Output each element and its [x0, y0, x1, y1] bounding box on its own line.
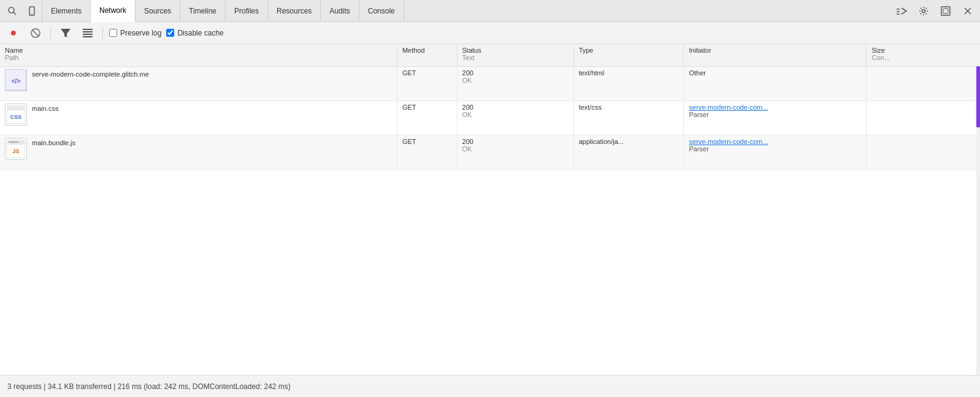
filter-button[interactable]: [57, 25, 74, 42]
tab-sources[interactable]: Sources: [136, 0, 180, 22]
preserve-log-checkbox[interactable]: [109, 29, 117, 37]
cell-type: text/html: [573, 66, 684, 100]
network-table: Name Path Method Status Text Type Initia…: [0, 44, 980, 170]
cell-method: GET: [397, 135, 457, 169]
svg-text:</>: </>: [12, 78, 21, 85]
file-name-text: main.css: [32, 104, 58, 112]
top-nav: Elements Network Sources Timeline Profil…: [0, 0, 980, 22]
cell-initiator: serve-modern-code-com...Parser: [684, 135, 867, 169]
type-value: text/html: [579, 69, 605, 77]
disable-cache-label[interactable]: Disable cache: [166, 29, 223, 37]
svg-rect-15: [83, 29, 93, 30]
svg-line-1: [13, 12, 16, 15]
nav-right-icons: [892, 1, 978, 21]
table-header-row: Name Path Method Status Text Type Initia…: [0, 44, 980, 66]
table-row[interactable]: </> serve-modern-code-complete.glitch.me…: [0, 66, 980, 100]
cell-name[interactable]: JS main.bundle.js: [0, 135, 397, 169]
status-text: OK: [462, 77, 568, 84]
table-row[interactable]: JS main.bundle.jsGET200OKapplication/ja.…: [0, 135, 980, 169]
toolbar: ● Preserve log Disable cache: [0, 22, 980, 44]
cell-status: 200OK: [457, 66, 573, 100]
status-code: 200: [462, 138, 568, 145]
col-header-method[interactable]: Method: [397, 44, 457, 66]
search-icon: [7, 6, 17, 16]
toolbar-divider-1: [50, 27, 51, 39]
initiator-sub: Parser: [689, 111, 861, 118]
svg-rect-8: [941, 7, 950, 15]
list-icon: [83, 29, 93, 37]
svg-point-3: [31, 13, 33, 15]
restore-icon: [941, 6, 951, 16]
disable-cache-checkbox[interactable]: [166, 29, 174, 37]
cell-size: [867, 135, 980, 169]
tab-network[interactable]: Network: [91, 0, 136, 22]
restore-icon-btn[interactable]: [936, 1, 955, 21]
list-view-button[interactable]: [79, 25, 96, 42]
cell-status: 200OK: [457, 135, 573, 169]
disable-cache-text: Disable cache: [177, 29, 223, 37]
tab-profiles[interactable]: Profiles: [226, 0, 268, 22]
method-value: GET: [402, 138, 416, 145]
mobile-icon: [27, 6, 37, 16]
preserve-log-label[interactable]: Preserve log: [109, 29, 161, 37]
initiator-link[interactable]: serve-modern-code-com...: [689, 104, 768, 111]
col-header-type[interactable]: Type: [573, 44, 684, 66]
settings-icon: [919, 6, 928, 16]
svg-rect-16: [83, 31, 93, 32]
svg-marker-14: [61, 29, 71, 37]
execute-icon-btn[interactable]: [892, 1, 911, 21]
file-icon-css: CSS: [5, 104, 27, 126]
cell-size: [867, 100, 980, 135]
cell-name[interactable]: CSS main.css: [0, 100, 397, 135]
close-icon: [964, 7, 971, 15]
toolbar-divider-2: [102, 27, 103, 39]
preserve-log-text: Preserve log: [120, 29, 161, 37]
svg-rect-22: [7, 105, 25, 110]
col-header-initiator[interactable]: Initiator: [684, 44, 867, 66]
status-bar-text: 3 requests | 34.1 KB transferred | 216 m…: [7, 382, 291, 391]
tab-resources[interactable]: Resources: [268, 0, 321, 22]
initiator-sub: Parser: [689, 145, 861, 153]
tab-elements[interactable]: Elements: [42, 0, 91, 22]
type-value: text/css: [579, 104, 602, 111]
initiator-value: Other: [689, 69, 706, 77]
table-row[interactable]: CSS main.cssGET200OKtext/cssserve-modern…: [0, 100, 980, 135]
search-icon-btn[interactable]: [2, 1, 22, 21]
close-icon-btn[interactable]: [958, 1, 978, 21]
cell-name[interactable]: </> serve-modern-code-complete.glitch.me: [0, 66, 397, 100]
svg-rect-27: [9, 142, 18, 143]
method-value: GET: [402, 104, 416, 111]
cell-status: 200OK: [457, 100, 573, 135]
scrollbar-track[interactable]: [976, 66, 980, 375]
status-text: OK: [462, 145, 568, 153]
svg-point-0: [9, 7, 14, 13]
col-header-name[interactable]: Name Path: [0, 44, 397, 66]
svg-line-13: [33, 29, 39, 36]
cell-initiator: Other: [684, 66, 867, 100]
execute-icon: [896, 7, 907, 15]
cell-size: [867, 66, 980, 100]
filter-icon: [61, 29, 71, 37]
cell-method: GET: [397, 100, 457, 135]
type-value: application/ja...: [579, 138, 624, 145]
scrollbar-thumb[interactable]: [976, 66, 980, 127]
cell-type: text/css: [573, 100, 684, 135]
svg-text:CSS: CSS: [10, 114, 22, 120]
svg-text:JS: JS: [12, 148, 19, 154]
settings-icon-btn[interactable]: [914, 1, 933, 21]
col-header-status[interactable]: Status Text: [457, 44, 573, 66]
stop-button[interactable]: [27, 25, 44, 42]
tab-console[interactable]: Console: [359, 0, 404, 22]
col-header-size[interactable]: Size Con...: [867, 44, 980, 66]
tab-audits[interactable]: Audits: [321, 0, 359, 22]
svg-point-7: [922, 9, 925, 12]
mobile-icon-btn[interactable]: [22, 1, 42, 21]
svg-rect-18: [83, 36, 93, 37]
cell-type: application/ja...: [573, 135, 684, 169]
method-value: GET: [402, 69, 416, 77]
initiator-link[interactable]: serve-modern-code-com...: [689, 138, 768, 145]
file-icon-html: </>: [5, 69, 27, 91]
cell-method: GET: [397, 66, 457, 100]
tab-timeline[interactable]: Timeline: [180, 0, 226, 22]
record-button[interactable]: ●: [5, 25, 22, 42]
